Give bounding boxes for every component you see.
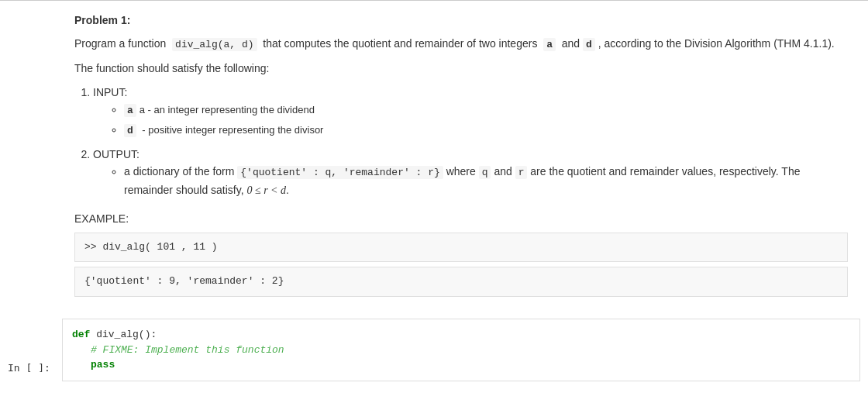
code-line-2: # FIXME: Implement this function [72,343,850,358]
def-keyword: def [72,329,90,340]
fixme-comment: # FIXME: Implement this function [91,344,284,356]
example-label: EXAMPLE: [74,210,848,227]
output-bullets: a dictionary of the form {'quotient' : q… [124,163,848,199]
example-input: >> div_alg( 101 , 11 ) [84,241,218,253]
output-q: q [479,166,491,179]
output-item: OUTPUT: a dictionary of the form {'quoti… [93,146,848,200]
requirements-list: INPUT: a a - an integer representing the… [93,84,848,200]
input-bullets: a a - an integer representing the divide… [124,101,848,140]
markdown-cell-content: Problem 1: Program a function div_alg(a,… [62,4,860,312]
intro-end: , according to the Division Algorithm (T… [598,37,835,50]
output-bullet: a dictionary of the form {'quotient' : q… [124,163,848,199]
markdown-cell-wrapper: Problem 1: Program a function div_alg(a,… [0,1,868,315]
example-output: {'quotient' : 9, 'remainder' : 2} [84,275,284,287]
markdown-cell-label [0,1,62,315]
code-line-1: def div_alg(): [72,327,850,343]
bullet-a: a a - an integer representing the divide… [124,101,848,119]
function-name: div_alg(a, d) [172,38,257,51]
output-label: OUTPUT: [93,148,140,160]
function-def-name: div_alg(): [96,329,157,340]
output-r: r [515,166,528,179]
bullet-d: d - positive integer representing the di… [124,121,848,140]
var-a: a [543,38,556,51]
code-line-3: pass [72,357,850,373]
example-input-block: >> div_alg( 101 , 11 ) [74,233,848,263]
pass-keyword: pass [91,359,115,371]
intro-line: Program a function [74,37,166,50]
and1: and [562,37,580,50]
intro-paragraph: Program a function div_alg(a, d) that co… [74,35,848,53]
input-label: INPUT: [93,86,127,98]
code-cell-label: In [ ]: [0,315,62,384]
problem-title: Problem 1: [74,12,848,29]
code-cell-wrapper: In [ ]: def div_alg(): # FIXME: Implemen… [0,315,868,384]
code-cell-content[interactable]: def div_alg(): # FIXME: Implement this f… [62,319,860,381]
var-d: d [583,38,595,51]
dict-form: {'quotient' : q, 'remainder' : r} [237,166,443,179]
satisfy-paragraph: The function should satisfy the followin… [74,60,848,77]
example-output-block: {'quotient' : 9, 'remainder' : 2} [74,267,848,297]
intro-after: that computes the quotient and remainder… [263,37,537,50]
input-item: INPUT: a a - an integer representing the… [93,84,848,140]
